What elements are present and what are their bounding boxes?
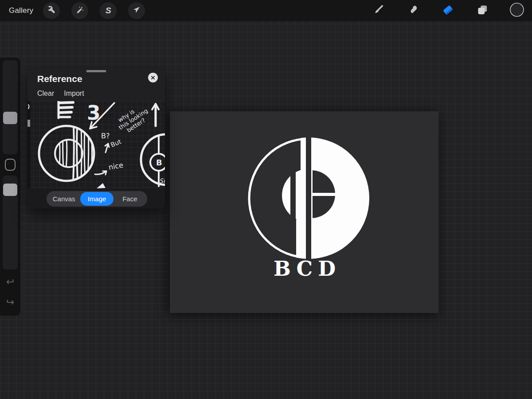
modify-button[interactable] (5, 159, 16, 171)
redo-button[interactable]: ↪ (0, 295, 20, 310)
transform-button[interactable] (128, 2, 145, 19)
import-button[interactable]: Import (64, 90, 84, 98)
adjustments-button[interactable] (71, 2, 88, 19)
magic-wand-icon (75, 5, 84, 16)
color-tool-button[interactable] (505, 0, 528, 21)
close-icon[interactable]: ✕ (148, 73, 158, 82)
drawing-canvas[interactable]: BCD (170, 111, 438, 313)
paint-tools-group (367, 0, 532, 21)
eraser-tool-button[interactable] (436, 0, 459, 21)
reference-panel-title: Reference (37, 74, 82, 84)
brush-icon (373, 4, 384, 17)
reference-tab-bar: Canvas Image Face (27, 188, 165, 208)
reference-segmented-control: Canvas Image Face (47, 191, 147, 207)
brush-size-thumb[interactable] (3, 112, 17, 124)
sketch-nice: nice (108, 160, 124, 171)
sketch-handwriting: why is this looking better? (114, 102, 153, 137)
layers-icon (476, 4, 489, 18)
brush-opacity-thumb[interactable] (3, 184, 17, 196)
smudge-finger-icon (407, 4, 419, 17)
eraser-icon (442, 4, 454, 18)
layers-tool-button[interactable] (471, 0, 494, 21)
logo-wordmark: BCD (274, 257, 341, 281)
smudge-tool-button[interactable] (402, 0, 425, 21)
panel-drag-handle[interactable] (86, 70, 106, 72)
undo-button[interactable]: ↩ (0, 275, 20, 290)
tab-face[interactable]: Face (113, 192, 146, 206)
color-swatch-icon (509, 2, 524, 19)
sketch-b-question: B? (101, 132, 110, 140)
tab-image[interactable]: Image (80, 192, 113, 206)
wrench-icon (47, 5, 56, 16)
brush-sidebar: ↩ ↪ (0, 58, 20, 316)
arrow-cursor-icon (132, 5, 141, 16)
top-toolbar: Gallery S (0, 0, 532, 21)
sketch-edge-strip (27, 101, 30, 188)
actions-button[interactable] (43, 2, 60, 19)
clear-button[interactable]: Clear (37, 90, 54, 98)
reference-image[interactable]: 3 why is this looking better? B? But nic… (27, 101, 165, 188)
brush-tool-button[interactable] (367, 0, 390, 21)
selection-button[interactable]: S (100, 2, 117, 19)
sketch-s-label: Si (159, 177, 165, 184)
sketch-b-letter: B (156, 158, 162, 167)
s-ribbon-icon: S (106, 6, 111, 16)
tab-canvas[interactable]: Canvas (47, 192, 80, 206)
bcd-logo-artwork: BCD (170, 111, 438, 313)
sketch-but: But (110, 138, 122, 149)
gallery-button[interactable]: Gallery (9, 6, 33, 15)
reference-panel: Reference ✕ Clear Import (27, 69, 165, 208)
brush-size-slider[interactable] (3, 60, 18, 154)
